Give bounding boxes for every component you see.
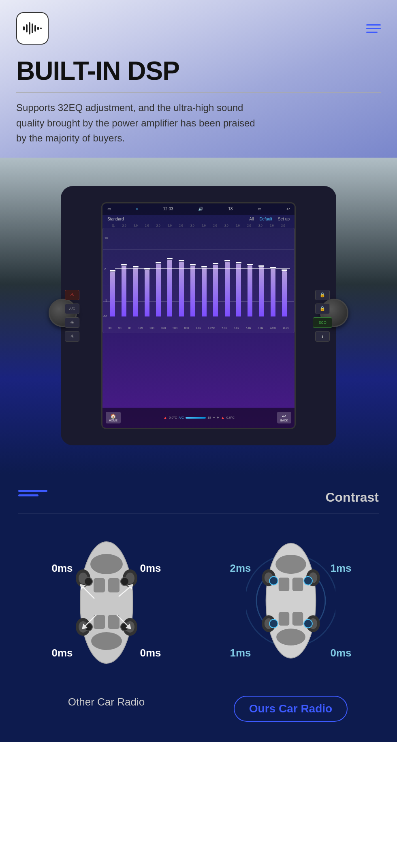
ac-bar [186,417,206,419]
ac-temp-left: 0.0°C [169,416,177,419]
contrast-header: Contrast [18,490,379,505]
contrast-section: Contrast 0ms 0ms 0ms 0ms [0,474,397,742]
eq-bar-4[interactable] [145,270,149,316]
logo-icon [22,20,43,36]
contrast-label: Contrast [325,490,379,505]
car-dashboard: STARTENGINE ⚠ A/C ✳ [45,170,352,462]
our-car-label-button[interactable]: Ours Car Radio [234,696,348,722]
fan-value: 18 [207,416,211,419]
svg-rect-6 [40,28,42,29]
svg-rect-1 [26,24,28,32]
eq-bar-9[interactable] [202,268,207,316]
eq-bar-16[interactable] [282,271,287,316]
screen-mode-label[interactable]: Standard [107,217,124,221]
eq-zero-line [115,268,290,269]
warning-button[interactable]: ⚠ [65,290,79,300]
svg-point-53 [269,577,278,585]
eq-bar-15[interactable] [271,269,275,316]
hamburger-menu-button[interactable] [366,24,381,33]
freq-labels-row: 305080125200 3209008001.0k1.25k 7.0k3.0k… [103,327,294,329]
svg-rect-0 [23,26,25,30]
eq-bar-3[interactable] [133,268,138,316]
svg-rect-44 [292,612,303,626]
screen-audio-icon: 🔊 [198,207,203,211]
svg-rect-5 [37,27,39,30]
eq-bar-12[interactable] [236,264,241,316]
svg-rect-11 [108,578,120,592]
lock-button-1[interactable]: 🔒 [315,290,330,300]
fan-button-left[interactable]: ✳ [65,317,79,328]
svg-rect-41 [278,578,289,591]
svg-rect-43 [278,612,289,626]
description-text: Supports 32EQ adjustment, and the ultra-… [16,100,259,158]
svg-point-56 [304,620,312,628]
q-values-row: Q: 2.62.02.02.02.02.02.0 2.02.02.02.02.0… [102,223,295,228]
screen-time: 12:03 [163,207,173,211]
ac-up-arrow[interactable]: ▲ [163,415,167,420]
eq-bar-7[interactable] [179,262,184,316]
car-comparison: 0ms 0ms 0ms 0ms [18,534,379,722]
our-car-label-box: Ours Car Radio [234,696,348,722]
eq-bar-2[interactable] [122,266,126,316]
plus-icon[interactable]: + [217,415,219,420]
header-section: BUILT-IN DSP Supports 32EQ adjustment, a… [0,0,397,158]
eq-bar-14[interactable] [259,267,264,316]
eq-bar-1[interactable] [110,272,115,316]
svg-point-22 [84,577,92,586]
svg-rect-2 [29,22,30,34]
home-button[interactable]: 🏠 HOME [106,412,121,423]
right-controls: 🔒 🔒 ECO 🌡 [313,290,332,342]
minus-icon[interactable]: − [213,415,215,420]
logo-box [16,12,49,45]
screen-tab-setup[interactable]: Set up [278,217,290,221]
mode-button[interactable]: 🌡 [315,331,330,342]
screen-tab-all[interactable]: All [249,217,254,221]
our-car-view: 2ms 1ms 1ms 0ms [234,534,348,688]
svg-point-54 [304,577,312,585]
other-car-label-box: Other Car Radio [68,696,145,708]
hamburger-line-3 [366,32,378,33]
eq-bar-10[interactable] [213,265,218,316]
screen-battery: ▭ [258,207,261,211]
svg-point-9 [91,632,122,650]
eco-button[interactable]: ECO [313,317,332,328]
screen-window-icon: ▭ [107,207,111,211]
dashboard-frame: ⚠ A/C ✳ ✳ 🔒 🔒 ECO [61,186,336,445]
ac-label[interactable]: A/C [179,416,184,419]
contrast-divider [18,513,379,513]
svg-rect-12 [94,615,105,629]
hamburger-line-2 [366,28,381,29]
screen-bottombar: 🏠 HOME ▲ 0.0°C A/C 18 − + ▲ 0.0°C [102,408,295,428]
screen-topbar: ▭ ● 12:03 🔊 18 ▭ ↩ [102,203,295,215]
svg-rect-3 [32,24,33,33]
svg-rect-4 [34,25,36,32]
left-controls: ⚠ A/C ✳ ✳ [65,290,79,342]
other-car-svg [66,534,147,671]
other-car-label: Other Car Radio [68,696,145,708]
svg-point-55 [269,620,278,628]
svg-point-39 [275,555,306,574]
eq-screen[interactable]: ▭ ● 12:03 🔊 18 ▭ ↩ Standard All Default … [101,202,296,429]
lock-button-2[interactable]: 🔒 [315,304,330,314]
other-car-panel: 0ms 0ms 0ms 0ms [18,534,194,708]
screen-tab-default[interactable]: Default [259,217,272,221]
contrast-line-1 [18,490,47,492]
svg-point-40 [276,629,305,646]
eq-bar-13[interactable] [248,265,252,316]
eq-bars-row [103,235,294,316]
svg-rect-42 [292,578,303,591]
eq-bar-8[interactable] [190,266,195,316]
ac-temp-right: 0.0°C [226,416,235,419]
eq-bar-11[interactable] [225,262,230,316]
title-divider [16,92,381,93]
eq-bar-5[interactable] [156,264,161,316]
screen-signal: 18 [228,207,233,211]
svg-point-8 [90,554,123,574]
back-button[interactable]: ↩ BACK [277,412,291,423]
hamburger-line-1 [366,24,381,26]
ac-button-left[interactable]: A/C [65,304,79,314]
ac-up-arrow-2[interactable]: ▲ [221,415,225,420]
fan-button-left-2[interactable]: ✳ [65,331,79,342]
eq-bars-container: 10 0 -5 -10 [102,228,295,333]
our-car-panel: 2ms 1ms 1ms 0ms [203,534,379,722]
